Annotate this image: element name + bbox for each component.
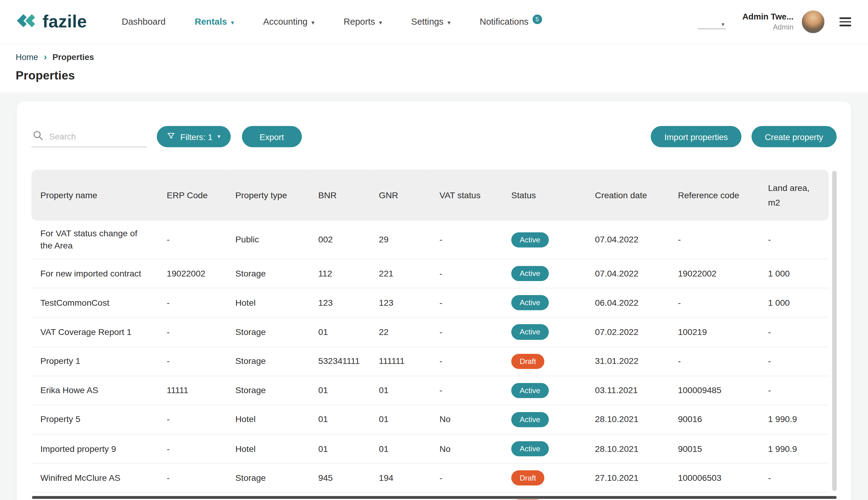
- cell-property-name: For new imported contract: [31, 259, 159, 289]
- nav-item-dashboard[interactable]: Dashboard: [122, 17, 166, 27]
- cell-vat-status: -: [432, 376, 503, 405]
- create-label: Create property: [765, 132, 823, 141]
- cell-creation-date: 07.04.2022: [587, 259, 670, 289]
- cell-bnr: 01: [310, 405, 371, 434]
- language-select[interactable]: ▾: [697, 15, 726, 29]
- filters-button[interactable]: Filters: 1 ▾: [157, 126, 230, 147]
- cell-gnr: 111111: [371, 347, 432, 376]
- user-name: Admin Twe...: [742, 11, 793, 23]
- caret-down-icon: ▾: [721, 21, 724, 27]
- status-badge: Active: [511, 266, 549, 281]
- cell-reference-code: 19022002: [670, 259, 760, 289]
- cell-bnr: 123: [310, 288, 371, 318]
- create-property-button[interactable]: Create property: [751, 126, 837, 147]
- table-row[interactable]: Winifred McClure AS - Storage 945 194 - …: [31, 464, 829, 493]
- user-info: Admin Twe... Admin: [742, 11, 793, 33]
- breadcrumb-home[interactable]: Home: [15, 52, 38, 61]
- properties-card: Filters: 1 ▾ Export Import properties Cr…: [17, 101, 851, 500]
- table-zone: Property name ERP Code Property type BNR…: [31, 170, 837, 500]
- cell-gnr: 22: [371, 318, 432, 347]
- cell-gnr: 01: [371, 376, 432, 405]
- table-row[interactable]: Erika Howe AS 11111 Storage 01 01 - Acti…: [31, 376, 829, 405]
- page-title: Properties: [15, 69, 852, 82]
- cell-status: Active: [503, 405, 587, 434]
- cell-reference-code: 90016: [670, 405, 760, 434]
- export-button[interactable]: Export: [241, 126, 301, 147]
- cell-bnr: 01: [310, 376, 371, 405]
- cell-bnr: 532341111: [310, 347, 371, 376]
- table-row[interactable]: For new imported contract 19022002 Stora…: [31, 259, 829, 289]
- breadcrumb-current: Properties: [53, 52, 94, 61]
- nav-label: Rentals: [195, 17, 227, 27]
- logo-text: fazile: [43, 12, 87, 32]
- cell-reference-code: -: [670, 288, 760, 318]
- cell-bnr: 945: [310, 464, 371, 493]
- status-badge: Active: [511, 383, 549, 398]
- status-badge: Active: [511, 441, 549, 456]
- main-nav: Dashboard Rentals ▾ Accounting ▾ Reports…: [122, 17, 542, 27]
- cell-bnr: 112: [310, 259, 371, 289]
- caret-down-icon: ▾: [311, 18, 315, 25]
- cell-vat-status: No: [432, 405, 503, 434]
- cell-land-area: 1 000: [760, 259, 829, 289]
- cell-creation-date: 28.10.2021: [587, 405, 670, 434]
- caret-down-icon: ▾: [217, 134, 220, 139]
- cell-erp-code: -: [159, 434, 228, 464]
- cell-creation-date: 27.10.2021: [587, 464, 670, 493]
- menu-icon[interactable]: [837, 15, 853, 28]
- nav-item-settings[interactable]: Settings ▾: [411, 17, 450, 27]
- nav-item-rentals[interactable]: Rentals ▾: [195, 17, 234, 27]
- brand-logo[interactable]: fazile: [15, 9, 87, 34]
- breadcrumb: Home › Properties: [15, 52, 852, 61]
- import-properties-button[interactable]: Import properties: [651, 126, 741, 147]
- cell-property-name: Erika Howe AS: [31, 376, 159, 405]
- app-viewport: fazile Dashboard Rentals ▾ Accounting ▾ …: [0, 0, 868, 500]
- cell-status: Active: [503, 318, 587, 347]
- table-row[interactable]: VAT Coverage Report 1 - Storage 01 22 - …: [31, 318, 829, 347]
- nav-item-accounting[interactable]: Accounting ▾: [263, 17, 315, 27]
- vertical-scrollbar[interactable]: [832, 171, 837, 491]
- cell-gnr: 123: [371, 288, 432, 318]
- cell-bnr: 01: [310, 434, 371, 464]
- nav-item-notifications[interactable]: Notifications 5: [480, 17, 542, 27]
- caret-down-icon: ▾: [379, 18, 382, 25]
- caret-down-icon: ▾: [231, 18, 234, 25]
- cell-bnr: 01: [310, 318, 371, 347]
- cell-erp-code: -: [159, 221, 228, 259]
- cell-status: Active: [503, 376, 587, 405]
- table-row[interactable]: TestCommonCost - Hotel 123 123 - Active …: [31, 288, 829, 318]
- status-badge: Draft: [511, 470, 545, 486]
- table-row[interactable]: Property 5 - Hotel 01 01 No Active 28.10…: [31, 405, 829, 434]
- table-row[interactable]: Imported property 9 - Hotel 01 01 No Act…: [31, 434, 829, 464]
- cell-property-name: Imported property 9: [31, 434, 159, 464]
- cell-creation-date: 28.10.2021: [587, 434, 670, 464]
- cell-status: Draft: [503, 464, 587, 493]
- cell-creation-date: 07.04.2022: [587, 221, 670, 259]
- horizontal-scrollbar[interactable]: [32, 496, 837, 499]
- cell-property-name: Property 5: [31, 405, 159, 434]
- cell-property-type: Storage: [228, 259, 310, 289]
- nav-item-reports[interactable]: Reports ▾: [344, 17, 382, 27]
- cell-property-type: Hotel: [228, 434, 310, 464]
- cell-creation-date: 07.02.2022: [587, 318, 670, 347]
- column-header-creation-date: Creation date: [587, 170, 670, 221]
- cell-erp-code: 19022002: [159, 259, 228, 289]
- nav-label: Dashboard: [122, 17, 166, 27]
- cell-property-type: Hotel: [228, 288, 310, 318]
- page-header: Home › Properties Properties: [0, 44, 868, 92]
- cell-property-name: TestCommonCost: [31, 288, 159, 318]
- avatar[interactable]: [801, 10, 825, 34]
- column-header-status: Status: [503, 170, 587, 221]
- cell-reference-code: -: [670, 221, 760, 259]
- cell-erp-code: 11111: [159, 376, 228, 405]
- table-row[interactable]: Property 1 - Storage 532341111 111111 - …: [31, 347, 829, 376]
- table-row[interactable]: For VAT status change of the Area - Publ…: [31, 221, 829, 259]
- topbar-right: ▾ Admin Twe... Admin: [697, 10, 853, 34]
- column-header-bnr: BNR: [310, 170, 371, 221]
- cell-vat-status: -: [432, 221, 503, 259]
- column-header-vat-status: VAT status: [432, 170, 503, 221]
- cell-vat-status: -: [432, 288, 503, 318]
- cell-property-type: Storage: [228, 347, 310, 376]
- search-input[interactable]: [49, 132, 146, 141]
- status-badge: Draft: [511, 353, 545, 369]
